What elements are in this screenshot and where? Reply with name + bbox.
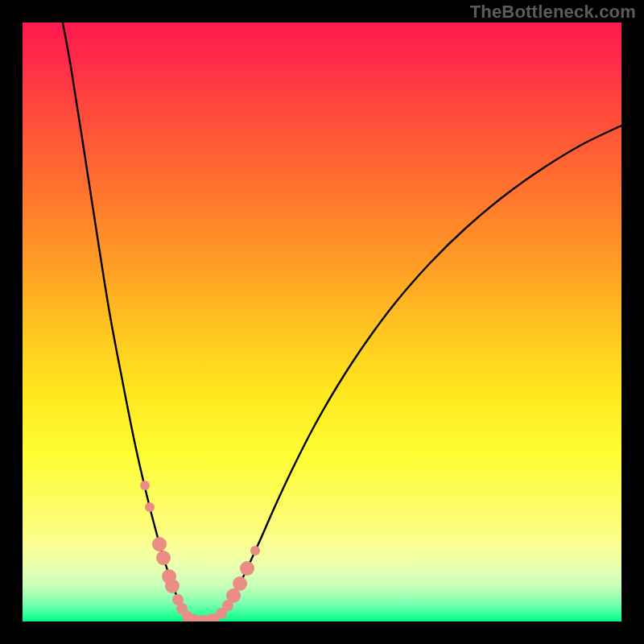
- data-dot: [165, 579, 180, 593]
- data-dot: [250, 546, 260, 555]
- data-dot: [152, 537, 167, 551]
- data-dot: [233, 576, 247, 591]
- plot-area: [23, 23, 621, 621]
- chart-svg: [23, 23, 621, 621]
- data-dots-group: [140, 481, 260, 621]
- bottleneck-curve: [61, 23, 621, 621]
- data-dot: [140, 481, 150, 490]
- chart-frame: TheBottleneck.com: [0, 0, 644, 644]
- data-dot: [156, 551, 171, 565]
- watermark-text: TheBottleneck.com: [470, 2, 636, 23]
- data-dot: [240, 561, 254, 576]
- data-dot: [145, 502, 155, 512]
